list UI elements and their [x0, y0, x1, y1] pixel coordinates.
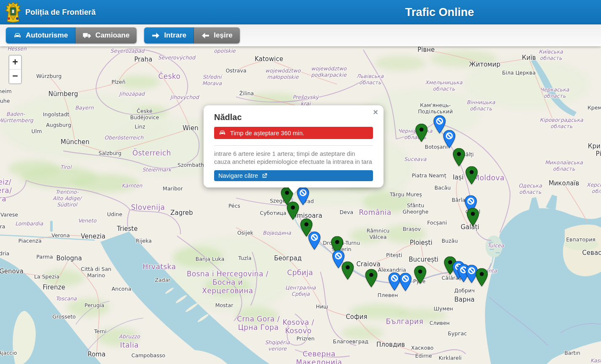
popup-title: Nădlac	[214, 112, 373, 122]
app-header: Poliția de Frontieră Trafic Online	[0, 0, 601, 24]
intrare-button[interactable]: Intrare	[144, 27, 194, 43]
zoom-in-button[interactable]: +	[9, 56, 21, 70]
popup-divider	[214, 145, 373, 146]
map-canvas[interactable]: HessenheimruheWürzburgNürnbergIngolstadt…	[0, 46, 601, 364]
button-label: Camioane	[95, 31, 129, 40]
map-marker-open[interactable]	[414, 265, 427, 284]
crossing-popup: × Nădlac Timp de așteptare 360 min. intr…	[204, 105, 384, 187]
zoom-out-button[interactable]: −	[9, 70, 21, 83]
direction-filter-group: IntrareIeșire	[144, 27, 239, 43]
navigate-button-label: Navigare către	[218, 172, 258, 179]
car-icon	[218, 129, 226, 137]
map-marker-open[interactable]	[287, 201, 299, 220]
button-label: Intrare	[164, 31, 186, 40]
wait-time-text: Timp de așteptare 360 min.	[230, 130, 304, 136]
camioane-button[interactable]: Camioane	[75, 27, 137, 43]
arrow-right-icon	[151, 31, 160, 40]
map-marker-closed[interactable]	[399, 273, 412, 291]
external-link-icon	[261, 173, 268, 179]
iesire-button[interactable]: Ieșire	[194, 27, 239, 43]
arrow-left-icon	[201, 31, 210, 40]
navigate-button[interactable]: Navigare către	[214, 170, 373, 181]
map-marker-open[interactable]	[365, 269, 378, 287]
toolbar: AutoturismeCamioane IntrareIeșire	[0, 24, 601, 46]
map-marker-open[interactable]	[465, 166, 478, 185]
map-marker-closed[interactable]	[308, 231, 321, 250]
button-label: Ieșire	[214, 31, 232, 40]
truck-icon	[83, 31, 91, 40]
map-base	[0, 46, 601, 364]
map-marker-open[interactable]	[453, 148, 465, 166]
border-police-logo	[5, 2, 21, 23]
popup-close-button[interactable]: ×	[373, 108, 378, 116]
map-marker-open[interactable]	[475, 268, 488, 286]
vehicle-filter-group: AutoturismeCamioane	[6, 27, 137, 43]
brand-title: Poliția de Frontieră	[25, 8, 96, 17]
map-marker-open[interactable]	[415, 123, 428, 142]
popup-tail	[288, 187, 299, 194]
map-marker-open[interactable]	[467, 208, 479, 226]
page-title: Trafic Online	[405, 6, 474, 19]
map-marker-open[interactable]	[341, 261, 354, 280]
button-label: Autoturisme	[26, 31, 68, 40]
popup-description: intrare 6 artere iesire 1 artera; timpi …	[214, 150, 373, 166]
zoom-control: + −	[8, 55, 22, 84]
car-icon	[13, 31, 22, 40]
map-marker-closed[interactable]	[443, 130, 456, 148]
wait-time-alert: Timp de așteptare 360 min.	[214, 127, 373, 139]
autoturisme-button[interactable]: Autoturisme	[6, 27, 75, 43]
